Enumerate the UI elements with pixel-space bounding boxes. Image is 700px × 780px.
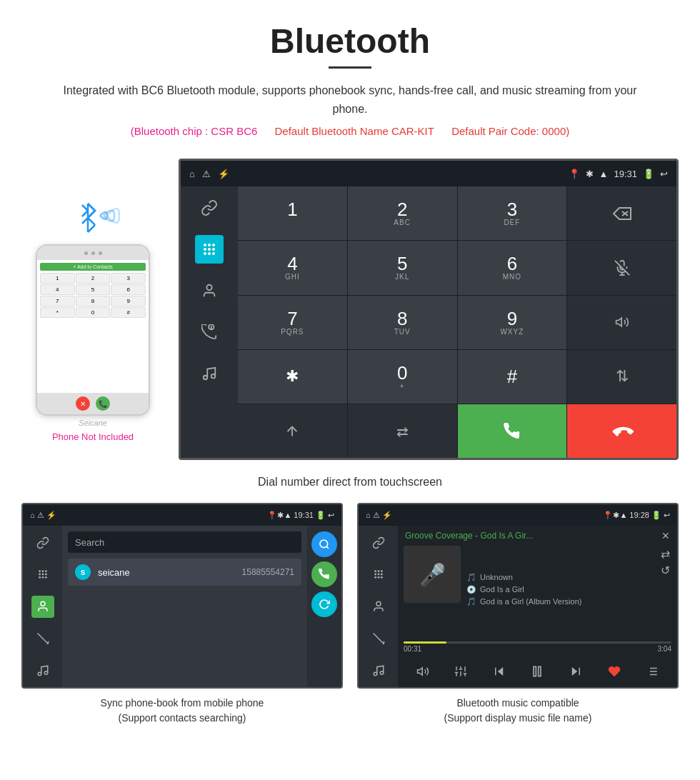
pb-refresh-btn[interactable] [311,591,337,617]
pb-contact-number: 15885554271 [242,567,294,577]
phone-not-included-label: Phone Not Included [52,431,134,442]
svg-point-6 [208,244,211,246]
phone-key-8: 8 [76,296,111,306]
spec-code: Default Pair Code: 0000) [451,125,569,137]
phone-key-0: 0 [76,307,111,318]
dial-key-5[interactable]: 5 JKL [348,241,457,294]
phonebook-screen: ⌂ ⚠ ⚡ 📍✱▲ 19:31 🔋 ↩ [21,503,343,689]
favorite-btn[interactable] [603,660,626,683]
music-item: ⌂ ⚠ ⚡ 📍✱▲ 19:28 🔋 ↩ [357,503,679,729]
svg-marker-65 [572,667,578,676]
pb-contacts-icon[interactable] [31,596,54,618]
pb-recents-icon[interactable] [31,628,54,650]
dial-key-volume[interactable] [567,296,676,349]
time-display: 19:31 [614,169,637,179]
dial-key-4[interactable]: 4 GHI [238,241,347,294]
svg-point-36 [44,671,48,675]
phone-key-2: 2 [76,273,111,284]
music-icon1: 🎵 [466,573,476,582]
svg-line-2 [88,218,95,225]
sidebar-contacts-icon[interactable] [195,276,224,305]
equalizer-btn[interactable] [449,660,472,683]
dial-key-9[interactable]: 9 WXYZ [458,296,567,349]
repeat-icon[interactable]: ↺ [661,564,670,577]
svg-point-48 [376,601,381,606]
dial-key-end-call[interactable] [567,404,676,458]
sidebar-link-icon[interactable] [195,194,224,222]
pb-status-right: 📍✱▲ 19:31 🔋 ↩ [267,511,334,520]
ms-link-icon[interactable] [367,531,390,554]
dial-key-up[interactable] [238,404,347,458]
pb-contact-row[interactable]: s seicane 15885554271 [68,559,301,586]
phone-dot-3 [99,251,102,255]
pb-music-icon[interactable] [31,659,54,681]
svg-marker-61 [498,667,504,676]
pb-actions [307,526,341,687]
svg-point-12 [208,252,211,255]
music-main: Groove Coverage - God Is A Gir... ✕ 🎤 🎵 … [398,526,677,687]
svg-point-9 [208,248,211,251]
title-divider [329,66,371,69]
dial-key-1[interactable]: 1 [238,186,347,240]
progress-track[interactable] [404,641,671,644]
sidebar-recents-icon[interactable] [195,318,224,346]
svg-point-42 [374,574,376,576]
ms-recents-icon[interactable] [367,628,390,650]
phone-key-1: 1 [40,273,75,284]
svg-point-35 [38,672,41,676]
sidebar-dialpad-icon[interactable] [195,235,224,264]
dial-key-8[interactable]: 8 TUV [348,296,457,349]
play-btn[interactable] [526,660,549,683]
sidebar-music-icon[interactable] [195,359,224,388]
warning-icon: ⚠ [202,169,211,179]
dial-key-hash[interactable]: # [458,350,567,404]
spec-chip: (Bluetooth chip : CSR BC6 [131,125,258,137]
spec-name: Default Bluetooth Name CAR-KIT [275,125,434,137]
dial-key-3[interactable]: 3 DEF [458,186,567,240]
phone-bottom: ✕ 📞 [37,393,149,414]
dial-key-transfer[interactable]: ⇄ [348,404,457,458]
music-status-bar: ⌂ ⚠ ⚡ 📍✱▲ 19:28 🔋 ↩ [359,504,677,526]
dialer-sidebar [181,186,238,458]
svg-point-10 [212,248,215,251]
status-right-icons: 📍 ✱ ▲ 19:31 🔋 ↩ [569,169,668,179]
pb-link-icon[interactable] [31,531,54,554]
ms-contacts-icon[interactable] [367,596,390,618]
music-info: 🎵 Unknown 💿 God Is a Girl 🎵 God is a Gir… [466,546,654,633]
svg-point-46 [377,576,379,579]
svg-point-45 [374,576,376,579]
dial-key-7[interactable]: 7 PQRS [238,296,347,349]
playlist-btn[interactable] [641,660,664,683]
svg-point-32 [41,576,44,579]
dial-key-0[interactable]: 0 + [348,350,457,404]
dial-key-2[interactable]: 2 ABC [348,186,457,240]
svg-point-44 [380,574,382,576]
ms-dialpad-icon[interactable] [367,564,390,586]
svg-point-49 [374,672,377,676]
prev-btn[interactable] [488,660,511,683]
ms-music-icon[interactable] [367,659,390,681]
pb-call-btn[interactable] [311,561,337,587]
dial-key-mute[interactable] [567,241,676,294]
back-icon[interactable]: ↩ [660,169,668,179]
svg-point-43 [377,574,379,576]
next-btn[interactable] [564,660,587,683]
bluetooth-icon: ✱ [586,169,594,179]
phone-key-6: 6 [111,284,146,295]
phonebook-item: ⌂ ⚠ ⚡ 📍✱▲ 19:31 🔋 ↩ [21,503,343,729]
pb-dialpad-icon[interactable] [31,564,54,586]
dial-key-swap[interactable]: ⇅ [567,350,676,404]
dial-key-backspace[interactable] [567,186,676,240]
dial-key-call[interactable] [458,404,567,458]
volume-btn[interactable] [411,660,434,683]
pb-search-btn[interactable] [311,531,337,557]
dial-key-6[interactable]: 6 MNO [458,241,567,294]
music-close-btn[interactable]: ✕ [661,530,670,541]
dial-key-star[interactable]: ✱ [238,350,347,404]
status-left-icons: ⌂ ⚠ ⚡ [189,169,229,179]
pb-search-bar[interactable]: Search [68,531,301,553]
shuffle-icon[interactable]: ⇄ [661,547,670,561]
location-icon: 📍 [569,169,580,179]
music-screen: ⌂ ⚠ ⚡ 📍✱▲ 19:28 🔋 ↩ [357,503,679,689]
phone-dot-2 [91,251,95,255]
